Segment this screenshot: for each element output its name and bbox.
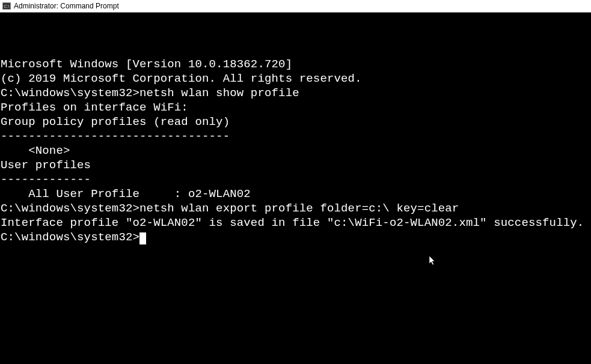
terminal-line: All User Profile : o2-WLAN02 — [1, 187, 590, 201]
terminal-line: C:\windows\system32>netsh wlan export pr… — [1, 201, 590, 216]
mouse-cursor-icon — [429, 256, 436, 267]
terminal-line: C:\windows\system32> — [1, 230, 590, 244]
terminal-line: User profiles — [1, 158, 590, 172]
terminal-line: Group policy profiles (read only) — [1, 115, 590, 129]
command-prompt-window: C:\ Administrator: Command Prompt Micros… — [0, 0, 591, 364]
terminal-line: (c) 2019 Microsoft Corporation. All righ… — [1, 71, 590, 86]
terminal-line: <None> — [1, 144, 590, 158]
terminal-line: Interface profile "o2-WLAN02" is saved i… — [1, 216, 590, 230]
terminal-line: ------------- — [1, 172, 590, 187]
window-title: Administrator: Command Prompt — [14, 2, 119, 10]
cmd-icon: C:\ — [2, 2, 11, 10]
text-cursor — [139, 232, 146, 244]
terminal-line: --------------------------------- — [1, 129, 590, 144]
terminal-line: C:\windows\system32>netsh wlan show prof… — [1, 86, 590, 100]
terminal-area[interactable]: Microsoft Windows [Version 10.0.18362.72… — [0, 13, 591, 364]
titlebar[interactable]: C:\ Administrator: Command Prompt — [0, 0, 591, 13]
terminal-line: Profiles on interface WiFi: — [1, 100, 590, 115]
terminal-line: Microsoft Windows [Version 10.0.18362.72… — [1, 57, 590, 71]
